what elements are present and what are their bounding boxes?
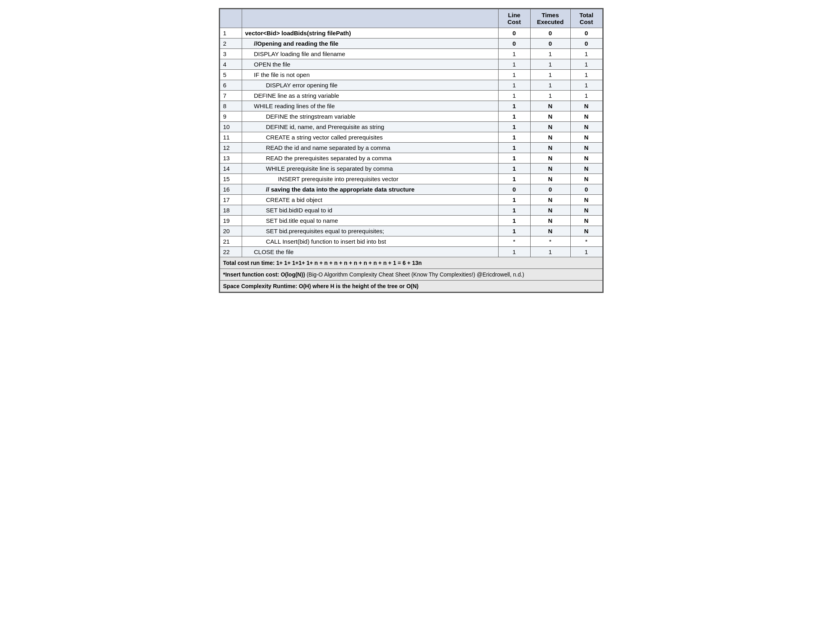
- cell-description: CREATE a string vector called prerequisi…: [242, 132, 498, 143]
- cell-total-cost: 1: [570, 91, 602, 101]
- header-line-cost: LineCost: [498, 9, 530, 28]
- cell-line-num: 5: [220, 70, 242, 80]
- cell-line-num: 16: [220, 184, 242, 195]
- cell-description: OPEN the file: [242, 59, 498, 70]
- cell-description: CALL Insert(bid) function to insert bid …: [242, 236, 498, 247]
- cell-line-num: 19: [220, 216, 242, 226]
- cell-times-executed: N: [530, 132, 570, 143]
- table-row: 15INSERT prerequisite into prerequisites…: [220, 174, 602, 184]
- cell-times-executed: N: [530, 143, 570, 153]
- table-footer: Total cost run time: 1+ 1+ 1+1+ 1+ n + n…: [220, 257, 602, 292]
- footer-cell: Space Complexity Runtime: O(H) where H i…: [220, 281, 602, 292]
- cell-description: //Opening and reading the file: [242, 38, 498, 49]
- cell-total-cost: 0: [570, 184, 602, 195]
- cell-total-cost: N: [570, 226, 602, 236]
- table-row: 2//Opening and reading the file000: [220, 38, 602, 49]
- table-row: 13READ the prerequisites separated by a …: [220, 153, 602, 164]
- table-row: 6DISPLAY error opening file111: [220, 80, 602, 91]
- cell-total-cost: N: [570, 153, 602, 164]
- table-row: 11CREATE a string vector called prerequi…: [220, 132, 602, 143]
- cell-total-cost: N: [570, 111, 602, 122]
- cell-total-cost: N: [570, 101, 602, 111]
- cell-description: IF the file is not open: [242, 70, 498, 80]
- table-row: 1vector<Bid> loadBids(string filePath)00…: [220, 28, 602, 38]
- header-total-cost: TotalCost: [570, 9, 602, 28]
- table-row: 8WHILE reading lines of the file1NN: [220, 101, 602, 111]
- cell-description: WHILE reading lines of the file: [242, 101, 498, 111]
- cell-line-num: 7: [220, 91, 242, 101]
- table-row: 17CREATE a bid object1NN: [220, 195, 602, 205]
- header-line: [220, 9, 242, 28]
- cell-times-executed: N: [530, 216, 570, 226]
- cell-line-num: 17: [220, 195, 242, 205]
- cell-description: vector<Bid> loadBids(string filePath): [242, 28, 498, 38]
- cell-times-executed: N: [530, 226, 570, 236]
- cell-total-cost: N: [570, 132, 602, 143]
- cell-times-executed: N: [530, 205, 570, 216]
- cell-times-executed: N: [530, 174, 570, 184]
- table-header-row: LineCost TimesExecuted TotalCost: [220, 9, 602, 28]
- table-row: 12READ the id and name separated by a co…: [220, 143, 602, 153]
- table-row: 18SET bid.bidID equal to id1NN: [220, 205, 602, 216]
- table-row: 21CALL Insert(bid) function to insert bi…: [220, 236, 602, 247]
- cell-line-num: 2: [220, 38, 242, 49]
- cell-line-num: 3: [220, 49, 242, 59]
- table-row: 10DEFINE id, name, and Prerequisite as s…: [220, 122, 602, 132]
- cell-line-cost: 1: [498, 101, 530, 111]
- cell-description: READ the id and name separated by a comm…: [242, 143, 498, 153]
- cell-description: DEFINE line as a string variable: [242, 91, 498, 101]
- cell-total-cost: 1: [570, 80, 602, 91]
- cell-total-cost: 1: [570, 59, 602, 70]
- cell-total-cost: N: [570, 164, 602, 174]
- cell-description: CREATE a bid object: [242, 195, 498, 205]
- cell-line-cost: 0: [498, 28, 530, 38]
- cell-description: SET bid.bidID equal to id: [242, 205, 498, 216]
- cell-total-cost: 0: [570, 28, 602, 38]
- cell-line-cost: 1: [498, 153, 530, 164]
- cell-times-executed: 0: [530, 38, 570, 49]
- complexity-table: LineCost TimesExecuted TotalCost 1vector…: [220, 9, 603, 292]
- footer-row: *Insert function cost: O(log(N)) (Big-O …: [220, 269, 602, 281]
- cell-line-num: 13: [220, 153, 242, 164]
- cell-line-num: 14: [220, 164, 242, 174]
- table-row: 16// saving the data into the appropriat…: [220, 184, 602, 195]
- cell-times-executed: 1: [530, 80, 570, 91]
- cell-total-cost: 1: [570, 70, 602, 80]
- cell-line-cost: 1: [498, 91, 530, 101]
- table-row: 14WHILE prerequisite line is separated b…: [220, 164, 602, 174]
- cell-times-executed: 1: [530, 247, 570, 257]
- cell-total-cost: N: [570, 216, 602, 226]
- cell-line-cost: 1: [498, 226, 530, 236]
- cell-times-executed: N: [530, 164, 570, 174]
- cell-total-cost: N: [570, 205, 602, 216]
- cell-line-cost: 1: [498, 195, 530, 205]
- cell-line-cost: *: [498, 236, 530, 247]
- table-row: 4OPEN the file111: [220, 59, 602, 70]
- cell-times-executed: N: [530, 101, 570, 111]
- cell-line-cost: 1: [498, 80, 530, 91]
- cell-times-executed: *: [530, 236, 570, 247]
- cell-total-cost: 1: [570, 49, 602, 59]
- cell-times-executed: N: [530, 122, 570, 132]
- table-row: 9DEFINE the stringstream variable1NN: [220, 111, 602, 122]
- table-row: 19SET bid.title equal to name1NN: [220, 216, 602, 226]
- header-times-executed: TimesExecuted: [530, 9, 570, 28]
- cell-line-num: 18: [220, 205, 242, 216]
- footer-row: Total cost run time: 1+ 1+ 1+1+ 1+ n + n…: [220, 257, 602, 269]
- cell-line-num: 10: [220, 122, 242, 132]
- cell-line-cost: 1: [498, 247, 530, 257]
- cell-times-executed: 0: [530, 28, 570, 38]
- table-row: 7DEFINE line as a string variable111: [220, 91, 602, 101]
- cell-line-cost: 1: [498, 143, 530, 153]
- table-body: 1vector<Bid> loadBids(string filePath)00…: [220, 28, 602, 257]
- cell-total-cost: N: [570, 122, 602, 132]
- cell-line-num: 15: [220, 174, 242, 184]
- cell-times-executed: N: [530, 153, 570, 164]
- cell-description: SET bid.title equal to name: [242, 216, 498, 226]
- cell-line-num: 12: [220, 143, 242, 153]
- cell-description: SET bid.prerequisites equal to prerequis…: [242, 226, 498, 236]
- cell-line-num: 20: [220, 226, 242, 236]
- cell-description: READ the prerequisites separated by a co…: [242, 153, 498, 164]
- cell-description: // saving the data into the appropriate …: [242, 184, 498, 195]
- cell-line-num: 4: [220, 59, 242, 70]
